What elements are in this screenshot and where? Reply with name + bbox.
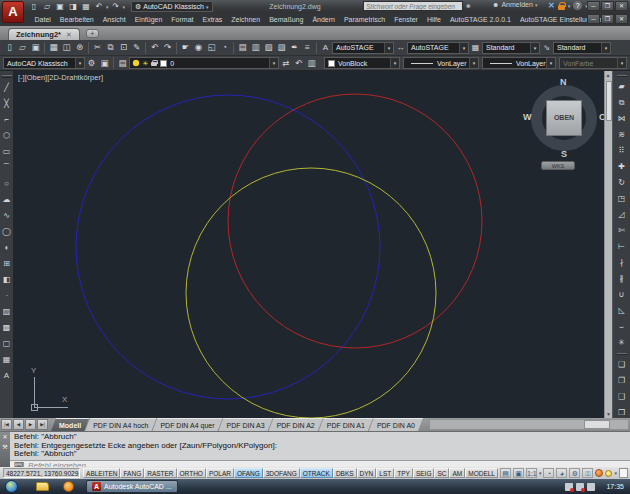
- workspace-dropdown[interactable]: ⚙ AutoCAD Klassisch ▾: [131, 1, 213, 12]
- ellipse-arc-icon[interactable]: ◖: [0, 240, 13, 256]
- close-button[interactable]: ✕: [615, 1, 628, 11]
- tool-palettes-icon[interactable]: ▧: [262, 41, 275, 54]
- undo-icon[interactable]: ↶: [148, 41, 161, 54]
- erase-icon[interactable]: ▰: [615, 79, 628, 95]
- bring-above-icon[interactable]: ❑: [615, 389, 628, 405]
- search-icon[interactable]: ⚭: [465, 2, 472, 11]
- layer-thaw-icon[interactable]: ☀: [142, 60, 148, 67]
- offset-icon[interactable]: ≋: [615, 127, 628, 143]
- status-toggle[interactable]: OFANG: [234, 468, 263, 478]
- revision-cloud-icon[interactable]: ☁: [0, 192, 13, 208]
- lineweight-dropdown[interactable]: VonLayer ▾: [482, 57, 556, 69]
- layer-states-icon[interactable]: ▥: [305, 57, 318, 70]
- redo-dropdown-icon[interactable]: ▾: [123, 4, 126, 10]
- save-icon[interactable]: ▣: [29, 41, 42, 54]
- horizontal-scroll-thumb[interactable]: [584, 420, 610, 429]
- polyline-icon[interactable]: ⌐: [0, 112, 13, 128]
- taskbar-autocad-button[interactable]: A Autodesk AutoCAD ...: [86, 480, 178, 493]
- toolbar-grip[interactable]: [2, 75, 12, 78]
- chevron-down-icon[interactable]: ▾: [568, 3, 571, 9]
- paste-icon[interactable]: ⊡: [117, 41, 130, 54]
- viewcube-top-face[interactable]: OBEN: [546, 100, 582, 136]
- menu-bearbeiten[interactable]: Bearbeiten: [55, 13, 98, 26]
- doc-restore-button[interactable]: ❐: [601, 14, 614, 24]
- coordinates-readout[interactable]: 48227.5721, 13760.9029, 0.0000: [3, 468, 80, 478]
- first-layout-icon[interactable]: |◀: [1, 419, 12, 430]
- quick-view-drawings-icon[interactable]: ▣: [513, 468, 524, 478]
- help-icon[interactable]: ?: [573, 1, 582, 10]
- status-toggle[interactable]: LST: [376, 468, 394, 478]
- chevron-down-icon[interactable]: ▾: [546, 58, 555, 68]
- horizontal-scrollbar[interactable]: [429, 419, 629, 430]
- new-drawing-tab-button[interactable]: +: [86, 29, 99, 38]
- lock-icon[interactable]: [558, 5, 565, 10]
- viewcube-west[interactable]: W: [523, 112, 532, 122]
- plot-preview-icon[interactable]: ◫: [60, 41, 73, 54]
- point-icon[interactable]: ∙: [0, 288, 13, 304]
- file-tab-zeichnung2[interactable]: Zeichnung2* ✕: [8, 28, 80, 40]
- break-icon[interactable]: ∦: [615, 271, 628, 287]
- vertical-scrollbar[interactable]: ▲ ▼: [604, 71, 612, 418]
- command-history[interactable]: Befehl: "Abbruch" Befehl: Entgegengesetz…: [10, 432, 630, 460]
- wcs-menu-button[interactable]: WKS: [541, 161, 575, 170]
- status-toggle[interactable]: FANG: [120, 468, 144, 478]
- wrench-icon[interactable]: ⚒: [2, 444, 7, 450]
- start-button[interactable]: [5, 480, 18, 493]
- menu-ansicht[interactable]: Ansicht: [98, 13, 130, 26]
- chevron-down-icon[interactable]: ▾: [269, 58, 278, 68]
- viewcube-south[interactable]: S: [561, 149, 567, 159]
- region-icon[interactable]: ▢: [0, 336, 13, 352]
- last-layout-icon[interactable]: ▶|: [37, 419, 48, 430]
- firefox-icon[interactable]: [63, 481, 74, 492]
- status-toggle[interactable]: SEIG: [413, 468, 435, 478]
- save-as-icon[interactable]: ◨: [67, 1, 79, 12]
- text-style-dropdown[interactable]: AutoSTAGE ▾: [332, 42, 394, 54]
- workspaces-dropdown[interactable]: AutoCAD Klassisch ▾: [3, 57, 85, 69]
- clean-screen-icon[interactable]: [619, 468, 628, 478]
- chevron-down-icon[interactable]: ▾: [530, 43, 539, 53]
- explorer-icon[interactable]: [36, 482, 49, 491]
- extend-icon[interactable]: ⊢: [615, 239, 628, 255]
- tray-icon[interactable]: [565, 483, 573, 491]
- pan-icon[interactable]: ☛: [179, 41, 192, 54]
- array-icon[interactable]: ⠿: [615, 143, 628, 159]
- properties-icon[interactable]: ▤: [236, 41, 249, 54]
- mleader-style-dropdown[interactable]: Standard ▾: [553, 42, 611, 54]
- next-layout-icon[interactable]: ▶: [25, 419, 36, 430]
- status-toggle[interactable]: DBKS: [333, 468, 357, 478]
- chevron-down-icon[interactable]: ▾: [601, 43, 610, 53]
- tab-pdf-din-a3[interactable]: PDF DIN A3: [219, 418, 273, 431]
- explode-icon[interactable]: ✳: [615, 335, 628, 351]
- toolbar-grip[interactable]: [617, 353, 627, 355]
- rotate-icon[interactable]: ↻: [615, 175, 628, 191]
- toolbar-lock-icon[interactable]: ⚿: [582, 468, 593, 478]
- markup-icon[interactable]: ✒: [288, 41, 301, 54]
- doc-minimize-button[interactable]: ─: [587, 14, 600, 24]
- tray-icon[interactable]: [576, 483, 584, 491]
- sign-in-control[interactable]: ☻ Anmelden ▾: [492, 1, 537, 8]
- tab-pdf-din-a4-quer[interactable]: PDF DIN A4 quer: [152, 418, 222, 431]
- layer-color-swatch[interactable]: [160, 60, 167, 67]
- polygon-icon[interactable]: ⬡: [0, 128, 13, 144]
- tray-icon[interactable]: [587, 483, 595, 491]
- menu-bemassung[interactable]: Bemaßung: [265, 13, 308, 26]
- menu-aendern[interactable]: Ändern: [308, 13, 340, 26]
- drawing-canvas[interactable]: [-][Oben][2D-Drahtkörper] N W O S OBEN W…: [14, 71, 604, 418]
- chevron-down-icon[interactable]: ▾: [459, 43, 468, 53]
- match-properties-icon[interactable]: ✎: [130, 41, 143, 54]
- line-icon[interactable]: ╱: [0, 80, 13, 96]
- zoom-realtime-icon[interactable]: ◉: [192, 41, 205, 54]
- dim-style-dropdown[interactable]: AutoSTAGE ▾: [407, 42, 469, 54]
- designcenter-icon[interactable]: ▥: [249, 41, 262, 54]
- scroll-down-icon[interactable]: ▼: [606, 410, 611, 418]
- previous-layout-icon[interactable]: ◀: [13, 419, 24, 430]
- status-toggle[interactable]: SC: [434, 468, 449, 478]
- taskbar-clock[interactable]: 17:35: [606, 483, 624, 490]
- chevron-down-icon[interactable]: ▾: [75, 58, 84, 68]
- new-icon[interactable]: ▯: [3, 41, 16, 54]
- menu-extras[interactable]: Extras: [198, 13, 227, 26]
- toolbar-grip[interactable]: [617, 75, 627, 77]
- make-block-icon[interactable]: ◧: [0, 272, 13, 288]
- construction-line-icon[interactable]: ╳: [0, 96, 13, 112]
- workspace-settings-icon[interactable]: ⚙: [85, 57, 98, 70]
